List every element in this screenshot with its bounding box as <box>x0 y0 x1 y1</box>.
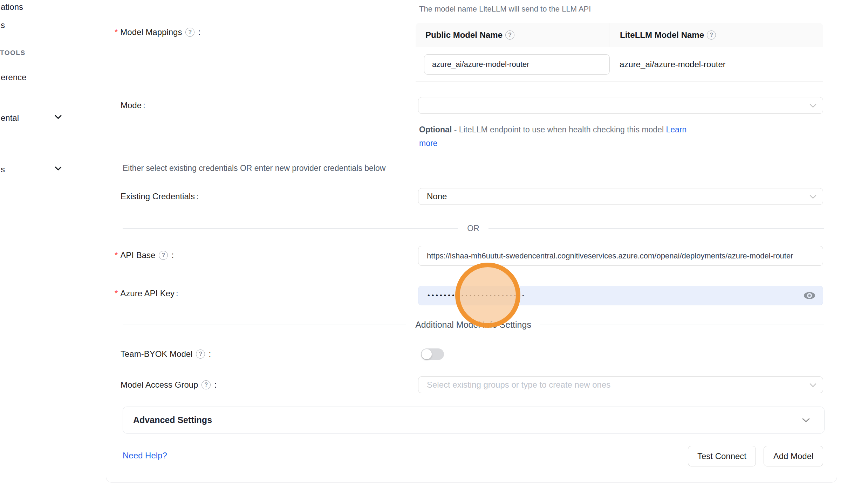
required-marker: * <box>115 27 118 37</box>
masked-key-value: ••••••• <box>428 292 456 299</box>
credentials-note: Either select existing credentials OR en… <box>123 164 385 173</box>
required-marker: * <box>115 289 118 298</box>
chevron-down-icon <box>809 104 816 108</box>
team-byok-toggle[interactable] <box>421 348 444 360</box>
sidebar-item-models[interactable]: s <box>1 20 5 30</box>
add-model-button[interactable]: Add Model <box>764 446 823 466</box>
sidebar: ations s TOOLS erence ental s <box>0 0 106 485</box>
or-divider: OR <box>123 221 824 235</box>
required-marker: * <box>115 250 118 260</box>
model-access-group-select[interactable]: Select existing groups or type to create… <box>418 376 823 393</box>
api-base-input[interactable] <box>418 246 823 266</box>
sidebar-item-reference[interactable]: erence <box>1 72 26 82</box>
mode-select[interactable] <box>418 97 823 114</box>
chevron-down-icon <box>809 195 816 199</box>
chevron-down-icon[interactable] <box>54 166 62 171</box>
help-icon[interactable]: ? <box>159 251 168 260</box>
model-name-hint: The model name LiteLLM will send to the … <box>419 5 591 14</box>
help-icon[interactable]: ? <box>185 28 194 37</box>
help-icon[interactable]: ? <box>201 380 211 389</box>
need-help-link[interactable]: Need Help? <box>123 451 167 460</box>
test-connect-button[interactable]: Test Connect <box>688 446 756 466</box>
existing-credentials-select[interactable]: None <box>418 188 823 205</box>
column-header-public-model-name: Public Model Name ? <box>416 30 609 40</box>
sidebar-item-settings[interactable]: s <box>1 165 5 174</box>
chevron-down-icon <box>809 383 816 387</box>
help-icon[interactable]: ? <box>707 30 716 40</box>
table-header-row: Public Model Name ? LiteLLM Model Name ? <box>416 23 823 47</box>
help-icon[interactable]: ? <box>505 30 514 40</box>
add-model-form-card: The model name LiteLLM will send to the … <box>106 0 837 483</box>
model-mappings-label: * Model Mappings ? : <box>115 27 200 37</box>
model-access-group-label: Model Access Group ? : <box>121 380 217 390</box>
azure-api-key-input[interactable]: ••••••• ••••••••••••••••• <box>418 286 823 305</box>
litellm-model-name-value: azure_ai/azure-model-router <box>609 60 823 69</box>
advanced-settings-title: Advanced Settings <box>133 415 802 425</box>
toggle-knob <box>422 349 432 359</box>
team-byok-label: Team-BYOK Model ? : <box>121 349 211 359</box>
chevron-down-icon <box>802 418 810 423</box>
column-header-litellm-model-name: LiteLLM Model Name ? <box>609 23 823 47</box>
chevron-down-icon[interactable] <box>54 115 62 119</box>
sidebar-section-tools: TOOLS <box>0 49 26 57</box>
azure-api-key-label: * Azure API Key : <box>115 288 178 299</box>
select-placeholder: Select existing groups or type to create… <box>427 380 610 390</box>
sidebar-item-organizations[interactable]: ations <box>1 2 23 12</box>
sidebar-item-experimental[interactable]: ental <box>1 113 19 123</box>
public-model-name-input[interactable] <box>424 54 610 75</box>
additional-settings-divider: Additional Model Info Settings <box>123 318 824 332</box>
advanced-settings-panel[interactable]: Advanced Settings <box>123 407 825 434</box>
mode-helper-text: Optional - LiteLLM endpoint to use when … <box>419 123 705 150</box>
api-base-label: * API Base ? : <box>115 250 174 261</box>
add-model-page: ations s TOOLS erence ental s The model … <box>0 0 868 485</box>
help-icon[interactable]: ? <box>196 349 205 359</box>
table-row: azure_ai/azure-model-router <box>416 47 823 82</box>
existing-credentials-label: Existing Credentials : <box>121 191 199 202</box>
model-mappings-table: Public Model Name ? LiteLLM Model Name ?… <box>416 23 823 82</box>
eye-icon[interactable] <box>803 291 816 300</box>
mode-label: Mode : <box>121 100 145 111</box>
